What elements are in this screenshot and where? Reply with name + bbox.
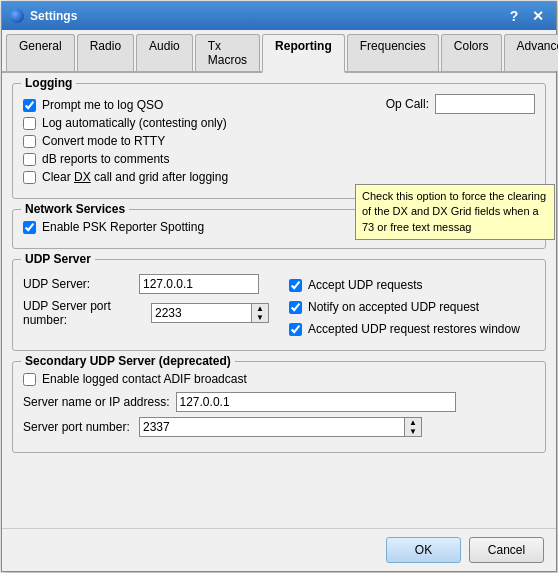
tab-colors[interactable]: Colors [441, 34, 502, 71]
udp-server-field-label: UDP Server: [23, 277, 133, 291]
checkbox-row-3: dB reports to comments [23, 152, 535, 166]
checkbox-row-2: Convert mode to RTTY [23, 134, 535, 148]
settings-window: Settings ? ✕ General Radio Audio Tx Macr… [1, 1, 557, 572]
checkbox-label-2: Convert mode to RTTY [42, 134, 165, 148]
sec-port-spinner-btns: ▲ ▼ [404, 417, 422, 437]
checkbox-db-reports[interactable] [23, 153, 36, 166]
udp-server-input[interactable] [139, 274, 259, 294]
title-bar-left: Settings [10, 9, 77, 23]
footer: OK Cancel [2, 528, 556, 571]
psk-reporter-label: Enable PSK Reporter Spotting [42, 220, 204, 234]
checkbox-label-0: Prompt me to log QSO [42, 98, 163, 112]
udp-server-label: UDP Server [21, 252, 95, 266]
checkbox-row-4: Clear DX call and grid after logging [23, 170, 535, 184]
title-bar-controls: ? ✕ [504, 6, 548, 26]
main-content: Logging Op Call: Prompt me to log QSO Lo… [2, 73, 556, 528]
accept-udp-label: Accept UDP requests [308, 278, 423, 292]
sec-port-spinner: ▲ ▼ [139, 417, 422, 437]
udp-port-spinner-btns: ▲ ▼ [251, 303, 269, 323]
secondary-udp-group: Secondary UDP Server (deprecated) Enable… [12, 361, 546, 453]
restore-window-row: Accepted UDP request restores window [289, 322, 535, 336]
network-services-label: Network Services [21, 202, 129, 216]
restore-window-label: Accepted UDP request restores window [308, 322, 520, 336]
accept-udp-row: Accept UDP requests [289, 278, 535, 292]
udp-server-row: UDP Server: [23, 274, 269, 294]
sec-port-row: Server port number: ▲ ▼ [23, 417, 535, 437]
notify-udp-label: Notify on accepted UDP request [308, 300, 479, 314]
checkbox-label-3: dB reports to comments [42, 152, 169, 166]
logging-group: Logging Op Call: Prompt me to log QSO Lo… [12, 83, 546, 199]
close-button[interactable]: ✕ [528, 6, 548, 26]
tab-frequencies[interactable]: Frequencies [347, 34, 439, 71]
sec-port-down[interactable]: ▼ [405, 427, 421, 436]
checkbox-label-1: Log automatically (contesting only) [42, 116, 227, 130]
udp-port-up[interactable]: ▲ [252, 304, 268, 313]
adif-broadcast-row: Enable logged contact ADIF broadcast [23, 372, 535, 386]
udp-right: Accept UDP requests Notify on accepted U… [289, 274, 535, 340]
tab-advanced[interactable]: Advanced [504, 34, 558, 71]
checkbox-clear-dx[interactable] [23, 171, 36, 184]
sec-port-label: Server port number: [23, 420, 133, 434]
checkbox-notify-udp[interactable] [289, 301, 302, 314]
checkbox-prompt-log[interactable] [23, 99, 36, 112]
udp-server-group: UDP Server UDP Server: UDP Server port n… [12, 259, 546, 351]
app-icon [10, 9, 24, 23]
checkbox-restore-window[interactable] [289, 323, 302, 336]
udp-port-label: UDP Server port number: [23, 299, 145, 327]
logging-checkboxes: Prompt me to log QSO Log automatically (… [23, 94, 535, 184]
udp-port-row: UDP Server port number: ▲ ▼ [23, 299, 269, 327]
udp-layout: UDP Server: UDP Server port number: ▲ ▼ [23, 270, 535, 340]
sec-server-input[interactable] [176, 392, 456, 412]
tooltip-box: Check this option to force the clearing … [355, 184, 555, 240]
sec-port-input[interactable] [139, 417, 404, 437]
tab-bar: General Radio Audio Tx Macros Reporting … [2, 30, 556, 73]
udp-port-spinner: ▲ ▼ [151, 303, 269, 323]
tab-tx-macros[interactable]: Tx Macros [195, 34, 260, 71]
checkbox-adif-broadcast[interactable] [23, 373, 36, 386]
secondary-udp-label: Secondary UDP Server (deprecated) [21, 354, 235, 368]
tab-radio[interactable]: Radio [77, 34, 134, 71]
title-bar: Settings ? ✕ [2, 2, 556, 30]
tab-general[interactable]: General [6, 34, 75, 71]
window-title: Settings [30, 9, 77, 23]
udp-left: UDP Server: UDP Server port number: ▲ ▼ [23, 274, 269, 340]
sec-server-field-label: Server name or IP address: [23, 395, 170, 409]
checkbox-accept-udp[interactable] [289, 279, 302, 292]
sec-port-up[interactable]: ▲ [405, 418, 421, 427]
tab-reporting[interactable]: Reporting [262, 34, 345, 73]
udp-port-down[interactable]: ▼ [252, 313, 268, 322]
notify-udp-row: Notify on accepted UDP request [289, 300, 535, 314]
checkbox-label-4: Clear DX call and grid after logging [42, 170, 228, 184]
checkbox-row-0: Prompt me to log QSO [23, 98, 535, 112]
checkbox-convert-rtty[interactable] [23, 135, 36, 148]
udp-port-input[interactable] [151, 303, 251, 323]
tab-audio[interactable]: Audio [136, 34, 193, 71]
sec-server-row: Server name or IP address: [23, 392, 535, 412]
checkbox-row-1: Log automatically (contesting only) [23, 116, 535, 130]
logging-group-label: Logging [21, 76, 76, 90]
adif-broadcast-label: Enable logged contact ADIF broadcast [42, 372, 247, 386]
checkbox-psk-reporter[interactable] [23, 221, 36, 234]
checkbox-log-auto[interactable] [23, 117, 36, 130]
help-button[interactable]: ? [504, 6, 524, 26]
cancel-button[interactable]: Cancel [469, 537, 544, 563]
ok-button[interactable]: OK [386, 537, 461, 563]
